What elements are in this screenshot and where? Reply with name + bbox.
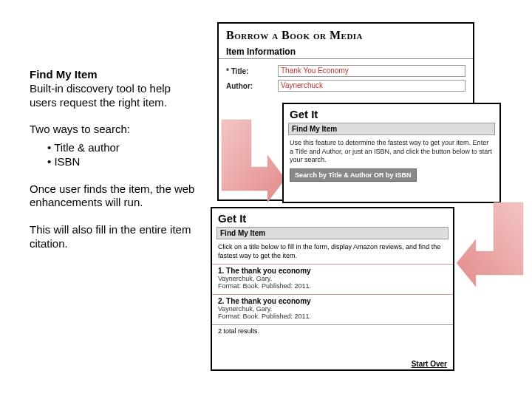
result-author: Vaynerchuk, Gary. xyxy=(218,305,447,313)
list-item: Title & author xyxy=(47,141,200,155)
arrow-down-left-icon xyxy=(455,201,525,290)
feature-p2: Two ways to search: xyxy=(30,123,200,137)
feature-heading: Find My Item xyxy=(30,68,98,81)
arrow-down-right-icon xyxy=(219,118,287,204)
description-column: Find My Item Built-in discovery tool to … xyxy=(30,68,200,265)
results-total: 2 total results. xyxy=(212,324,453,337)
title-row: * Title: Thank You Economy xyxy=(219,64,473,78)
author-row: Author: Vaynerchuck xyxy=(219,78,473,93)
result-row[interactable]: 2. The thank you economy Vaynerchuk, Gar… xyxy=(212,294,453,324)
getit2-desc: Click on a title below to fill in the fo… xyxy=(212,239,453,264)
feature-p3: Once user finds the item, the web enhanc… xyxy=(30,183,200,211)
author-field[interactable]: Vaynerchuck xyxy=(278,80,466,92)
result-meta: Format: Book. Published: 2011. xyxy=(218,313,447,320)
result-title: 2. The thank you economy xyxy=(218,297,447,305)
getit1-desc: Use this feature to determine the fastes… xyxy=(284,135,499,168)
getit1-title: Get It xyxy=(284,104,499,123)
list-item: ISBN xyxy=(47,155,200,169)
title-field[interactable]: Thank You Economy xyxy=(278,65,466,77)
feature-p4: This will also fill in the entire item c… xyxy=(30,223,200,251)
borrow-subtitle: Item Information xyxy=(219,45,473,59)
feature-p1: Built-in discovery tool to help users re… xyxy=(30,82,171,109)
getit-results-window: Get It Find My Item Click on a title bel… xyxy=(211,207,454,371)
author-label: Author: xyxy=(226,82,278,90)
result-title: 1. The thank you economy xyxy=(218,267,447,275)
result-row[interactable]: 1. The thank you economy Vaynerchuk, Gar… xyxy=(212,264,453,294)
title-label: * Title: xyxy=(226,67,278,75)
search-button[interactable]: Search by Title & Author OR by ISBN xyxy=(290,168,417,182)
getit1-bar: Find My Item xyxy=(288,123,495,135)
result-meta: Format: Book. Published: 2011. xyxy=(218,282,447,290)
getit2-bar: Find My Item xyxy=(216,227,449,239)
search-methods-list: Title & author ISBN xyxy=(30,141,200,169)
borrow-title: Borrow a Book or Media xyxy=(219,24,473,45)
getit2-title: Get It xyxy=(212,208,453,227)
start-over-link[interactable]: Start Over xyxy=(412,360,447,368)
getit-search-window: Get It Find My Item Use this feature to … xyxy=(282,103,501,203)
result-author: Vaynerchuk, Gary. xyxy=(218,275,447,282)
